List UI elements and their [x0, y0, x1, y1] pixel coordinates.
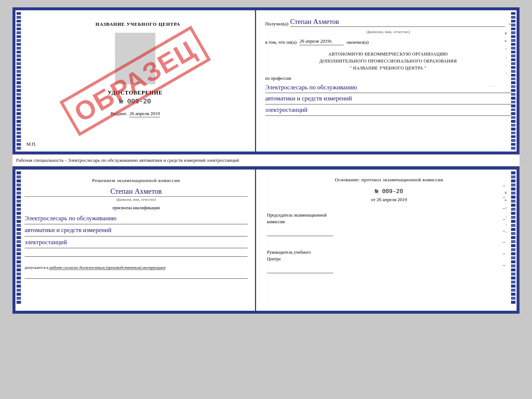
chairman-label: Председатель экзаменационной комиссии [267, 212, 511, 225]
received-label: Получил(а) [265, 21, 288, 27]
allowed-value: работе согласно должностным (производств… [50, 265, 165, 270]
basis-text: Основание: протокол экзаменационной коми… [267, 177, 511, 183]
allowed-prefix: допускается к [25, 265, 48, 270]
qual-underline [25, 249, 248, 257]
issued-label: Выдано [111, 111, 126, 116]
school-title: НАЗВАНИЕ УЧЕБНОГО ЦЕНТРА [96, 21, 180, 27]
cert-right-panel: и а ← − − − Получил(а) Степан Ахметов – … [256, 10, 517, 152]
photo-placeholder [115, 33, 155, 84]
dash-markers: −−−−−−−− [503, 181, 506, 271]
chairman-label1: Председатель экзаменационной [267, 213, 327, 218]
faded-text: —— [488, 84, 495, 88]
director-signature-line [267, 264, 333, 273]
qual-line2: автоматики и средств измерений [25, 225, 248, 236]
left-decorative-bars [15, 10, 22, 152]
director-label1: Руководитель учебного [267, 250, 311, 255]
issued-date-value: 26 апреля 2019 [129, 111, 160, 117]
protocol-date: от 26 апреля 2019 [267, 197, 511, 203]
qual-line1: Электрослесарь по обслуживанию [25, 214, 248, 225]
top-certificate: НАЗВАНИЕ УЧЕБНОГО ЦЕНТРА УДОСТОВЕРЕНИЕ №… [12, 7, 520, 154]
decision-text: Решением экзаменационной комиссии [25, 177, 248, 184]
bottom-left-panel: Решением экзаменационной комиссии Степан… [15, 170, 256, 311]
qual-line3: электростанций [25, 238, 248, 249]
mp-label: М.П. [26, 141, 36, 147]
document-container: НАЗВАНИЕ УЧЕБНОГО ЦЕНТРА УДОСТОВЕРЕНИЕ №… [12, 7, 520, 314]
chairman-label2: комиссии [267, 219, 285, 224]
bottom-left-bars [15, 170, 22, 311]
profession-line3: электростанций [265, 106, 511, 116]
protocol-date-prefix: от [371, 197, 375, 202]
vertical-text-right: и а ← − − − [504, 32, 508, 76]
date-suffix: окончил(а) [346, 39, 369, 45]
protocol-number: № 009-20 [267, 188, 511, 195]
date-value: 26 апреля 2019г. [299, 38, 344, 45]
assigned-text: присвоена квалификация [25, 205, 248, 211]
org-text: АВТОНОМНУЮ НЕКОММЕРЧЕСКУЮ ОРГАНИЗАЦИЮ ДО… [265, 51, 511, 72]
right-decorative-bars [510, 10, 517, 152]
received-line: Получил(а) Степан Ахметов – [265, 18, 511, 27]
issued-date: Выдано 26 апреля 2019 [111, 111, 160, 117]
fio-sub-label: (фамилия, имя, отчество) [25, 196, 248, 202]
director-label: Руководитель учебного Центра [267, 249, 511, 262]
date-prefix: в том, что он(а) [265, 39, 297, 45]
date-line: в том, что он(а) 26 апреля 2019г. окончи… [265, 38, 511, 45]
profession-label: по профессии [265, 76, 511, 81]
cert-title: УДОСТОВЕРЕНИЕ [108, 90, 163, 96]
profession-line2: автоматики и средств измерений [265, 94, 511, 104]
bottom-right-panel: и а ← − − − Основание: протокол экзамена… [256, 170, 517, 311]
director-block: Руководитель учебного Центра [267, 249, 511, 273]
separator-text: Рабочая специальность - Электрослесарь п… [12, 154, 520, 167]
cert-left-panel: НАЗВАНИЕ УЧЕБНОГО ЦЕНТРА УДОСТОВЕРЕНИЕ №… [15, 10, 256, 152]
bottom-right-bars [510, 170, 517, 311]
allowed-text: допускается к работе согласно должностны… [25, 265, 248, 270]
received-name: Степан Ахметов [290, 18, 505, 27]
fio-label-top: (фамилия, имя, отчество) [265, 29, 511, 34]
org-line1: АВТОНОМНУЮ НЕКОММЕРЧЕСКУЮ ОРГАНИЗАЦИЮ [265, 51, 511, 58]
cert-number: № 009-20 [119, 98, 151, 105]
org-line3: " НАЗВАНИЕ УЧЕБНОГО ЦЕНТРА " [265, 65, 511, 72]
profession-line1: Электрослесарь по обслуживанию [265, 83, 511, 93]
org-line2: ДОПОЛНИТЕЛЬНОГО ПРОФЕССИОНАЛЬНОГО ОБРАЗО… [265, 58, 511, 65]
person-name: Степан Ахметов [25, 187, 248, 196]
chairman-signature-line [267, 227, 333, 236]
allowed-underline [25, 271, 248, 279]
director-label2: Центра [267, 256, 281, 261]
bottom-certificate: Решением экзаменационной комиссии Степан… [12, 167, 520, 314]
protocol-date-value: 26 апреля 2019 [377, 197, 407, 202]
chairman-block: Председатель экзаменационной комиссии [267, 212, 511, 236]
